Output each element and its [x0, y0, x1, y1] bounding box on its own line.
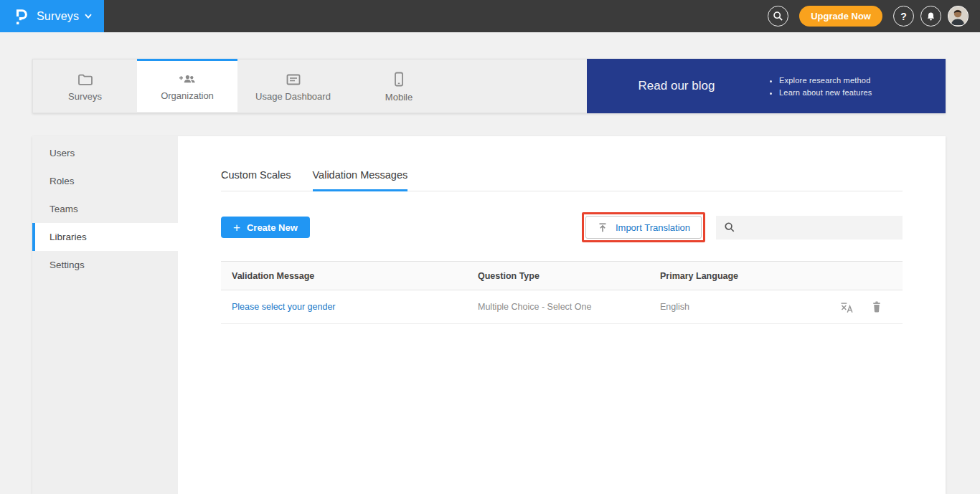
toolbar-right: Import Translation [582, 212, 903, 242]
trash-icon [871, 300, 882, 313]
tab-mobile[interactable]: Mobile [349, 60, 449, 113]
create-new-label: Create New [247, 222, 298, 233]
import-translation-highlight: Import Translation [582, 212, 705, 242]
product-switcher-label: Surveys [37, 10, 79, 23]
section-tabs: Surveys Organization Usage Dashboard [32, 59, 587, 113]
sidebar-item-settings[interactable]: Settings [32, 251, 178, 279]
help-button[interactable]: ? [893, 6, 914, 27]
translate-icon [839, 300, 854, 314]
column-validation-message: Validation Message [221, 262, 478, 290]
primary-language-cell: English [660, 290, 838, 324]
notifications-button[interactable] [920, 6, 941, 27]
content-card: Users Roles Teams Libraries Settings Cus… [32, 136, 946, 494]
toolbar: + Create New Import Translation [221, 212, 903, 242]
table-header-row: Validation Message Question Type Primary… [221, 262, 903, 290]
section-nav: Surveys Organization Usage Dashboard [32, 59, 946, 113]
table-row: Please select your gender Multiple Choic… [221, 290, 903, 324]
validation-messages-table: Validation Message Question Type Primary… [221, 261, 903, 324]
questionpro-logo-icon [13, 6, 29, 27]
bell-icon [925, 11, 936, 22]
dashboard-icon [286, 73, 301, 86]
tab-label: Surveys [68, 91, 102, 102]
import-translation-button[interactable]: Import Translation [585, 216, 702, 239]
library-tabs: Custom Scales Validation Messages [221, 169, 903, 191]
main-panel: Custom Scales Validation Messages + Crea… [178, 136, 946, 494]
translate-button[interactable] [839, 300, 854, 314]
app-logo[interactable]: Surveys [0, 0, 104, 32]
sidebar-item-libraries[interactable]: Libraries [32, 223, 178, 251]
topbar-actions: Upgrade Now ? [768, 6, 980, 27]
chevron-down-icon [85, 14, 92, 19]
import-translation-label: Import Translation [616, 222, 690, 233]
add-users-icon [178, 72, 197, 85]
blog-promo-banner[interactable]: Read our blog Explore research method Le… [587, 59, 946, 113]
promo-bullet: Explore research method [779, 76, 872, 85]
search-icon [773, 11, 783, 22]
upgrade-button[interactable]: Upgrade Now [799, 6, 882, 27]
question-mark-icon: ? [900, 11, 907, 22]
validation-message-link[interactable]: Please select your gender [232, 302, 336, 312]
search-button[interactable] [768, 6, 788, 27]
tab-usage-dashboard[interactable]: Usage Dashboard [237, 60, 349, 113]
question-type-cell: Multiple Choice - Select One [478, 290, 660, 324]
tab-custom-scales[interactable]: Custom Scales [221, 169, 291, 191]
tab-label: Organization [161, 90, 214, 101]
row-actions [838, 300, 903, 314]
sidebar-item-roles[interactable]: Roles [32, 167, 178, 195]
upload-icon [597, 222, 608, 233]
sidebar-item-teams[interactable]: Teams [32, 195, 178, 223]
plus-icon: + [233, 222, 240, 234]
blog-promo-title: Read our blog [587, 79, 766, 93]
column-question-type: Question Type [478, 262, 660, 290]
sidebar-item-users[interactable]: Users [32, 139, 178, 167]
tab-label: Usage Dashboard [255, 91, 331, 102]
search-input[interactable] [716, 216, 903, 239]
tab-label: Mobile [385, 92, 413, 103]
column-primary-language: Primary Language [660, 262, 838, 290]
promo-bullet: Learn about new features [779, 88, 872, 97]
avatar[interactable] [948, 6, 969, 27]
blog-promo-bullets: Explore research method Learn about new … [766, 72, 872, 100]
tab-surveys[interactable]: Surveys [33, 60, 137, 113]
topbar: Surveys Upgrade Now ? [0, 0, 980, 32]
smartphone-icon [394, 72, 404, 87]
search-icon [724, 222, 735, 233]
tab-organization[interactable]: Organization [137, 59, 237, 112]
folder-icon [77, 73, 93, 86]
tab-validation-messages[interactable]: Validation Messages [313, 169, 408, 191]
create-new-button[interactable]: + Create New [221, 217, 310, 238]
delete-button[interactable] [871, 300, 882, 313]
sidebar: Users Roles Teams Libraries Settings [32, 136, 178, 494]
column-actions [838, 262, 903, 290]
